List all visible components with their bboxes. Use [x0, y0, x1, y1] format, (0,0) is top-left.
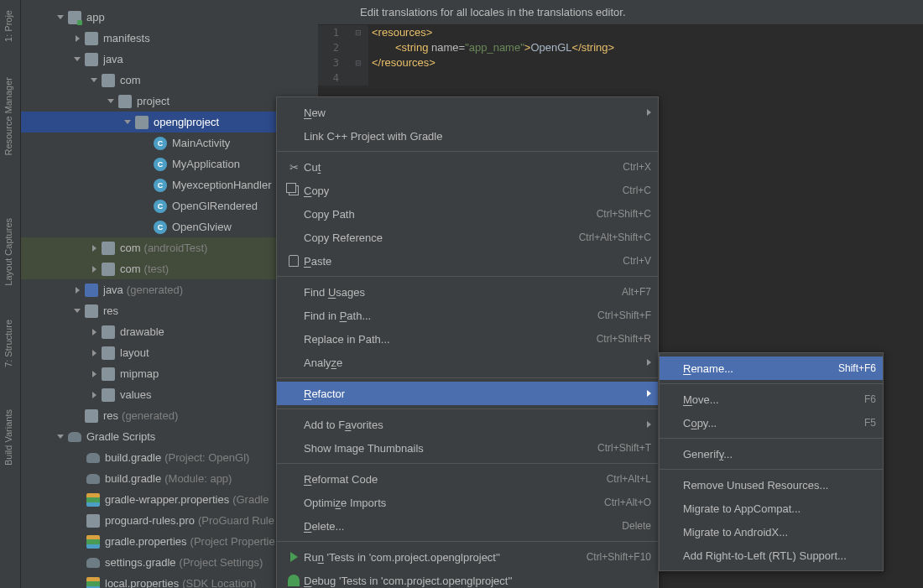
left-tool-rail: 1: Proje Resource Manager Layout Capture… [0, 0, 21, 588]
tree-gradle-wrapper[interactable]: gradle-wrapper.properties(Gradle [21, 489, 318, 510]
layout-captures-rail-tab[interactable]: Layout Captures [0, 210, 17, 294]
submenu-migrate-appcompat[interactable]: Migrate to AppCompat... [660, 497, 883, 520]
menu-copy[interactable]: CopyCtrl+C [277, 179, 658, 202]
expand-icon[interactable] [90, 349, 98, 357]
tree-app-module[interactable]: app [21, 7, 318, 28]
folder-icon [102, 263, 115, 276]
expand-icon[interactable] [90, 391, 98, 399]
submenu-arrow-icon [647, 109, 651, 116]
expand-icon[interactable] [90, 244, 98, 252]
fold-end-icon[interactable]: ⊟ [347, 55, 368, 70]
tree-values[interactable]: values [21, 384, 318, 405]
submenu-arrow-icon [647, 359, 651, 366]
gradle-icon [86, 556, 100, 570]
expand-icon[interactable] [73, 34, 81, 43]
tree-layout[interactable]: layout [21, 342, 318, 363]
expand-icon[interactable] [90, 265, 98, 273]
expand-icon[interactable] [56, 13, 65, 22]
tree-res[interactable]: res [21, 300, 318, 321]
submenu-copy[interactable]: Copy...F5 [660, 411, 883, 434]
tree-com-test[interactable]: com(test) [21, 258, 318, 279]
menu-separator [660, 438, 883, 439]
tree-res-generated[interactable]: res(generated) [21, 405, 318, 426]
menu-reformat[interactable]: Reformat CodeCtrl+Alt+L [277, 467, 658, 491]
tree-com-androidtest[interactable]: com(androidTest) [21, 237, 318, 258]
menu-find-usages[interactable]: Find UsagesAlt+F7 [277, 280, 658, 304]
folder-icon [102, 74, 115, 87]
submenu-migrate-androidx[interactable]: Migrate to AndroidX... [660, 520, 883, 544]
folder-icon [85, 284, 98, 297]
expand-icon[interactable] [123, 118, 132, 127]
expand-icon[interactable] [90, 76, 98, 85]
menu-add-favorites[interactable]: Add to Favorites [277, 413, 658, 436]
build-variants-rail-tab[interactable]: Build Variants [0, 401, 17, 474]
tree-drawable[interactable]: drawable [21, 321, 318, 342]
tree-java[interactable]: java [21, 49, 318, 70]
submenu-remove-unused[interactable]: Remove Unused Resources... [660, 473, 883, 497]
tree-proguard[interactable]: proguard-rules.pro(ProGuard Rule [21, 510, 318, 531]
menu-paste[interactable]: PasteCtrl+V [277, 249, 658, 273]
menu-copy-path[interactable]: Copy PathCtrl+Shift+C [277, 202, 658, 226]
expand-icon[interactable] [107, 97, 115, 106]
folder-icon [135, 116, 149, 129]
project-rail-tab[interactable]: 1: Proje [0, 2, 17, 50]
submenu-rtl-support[interactable]: Add Right-to-Left (RTL) Support... [660, 544, 883, 567]
tree-gradle-scripts[interactable]: Gradle Scripts [21, 426, 318, 447]
submenu-generify[interactable]: Generify... [660, 442, 883, 466]
tree-build-gradle-module[interactable]: build.gradle(Module: app) [21, 468, 318, 489]
tree-mainactivity[interactable]: MainActivity [21, 133, 318, 154]
tree-mipmap[interactable]: mipmap [21, 363, 318, 384]
paste-icon [289, 255, 299, 267]
submenu-move[interactable]: Move...F6 [660, 388, 883, 411]
menu-show-thumbnails[interactable]: Show Image ThumbnailsCtrl+Shift+T [277, 436, 658, 460]
submenu-rename[interactable]: Rename...Shift+F6 [660, 356, 883, 380]
tree-myapplication[interactable]: MyApplication [21, 154, 318, 174]
menu-optimize-imports[interactable]: Optimize ImportsCtrl+Alt+O [277, 491, 658, 514]
tree-gradle-properties[interactable]: gradle.properties(Project Propertie [21, 531, 318, 552]
tree-project[interactable]: project [21, 91, 318, 112]
tree-java-generated[interactable]: java(generated) [21, 279, 318, 300]
tree-openglview[interactable]: OpenGlview [21, 216, 318, 237]
menu-new[interactable]: New [277, 101, 658, 124]
tree-local-properties[interactable]: local.properties(SDK Location) [21, 573, 318, 588]
folder-icon [85, 304, 98, 318]
expand-icon[interactable] [73, 307, 81, 315]
tree-openglrendered[interactable]: OpenGlRendered [21, 195, 318, 216]
tree-settings-gradle[interactable]: settings.gradle(Project Settings) [21, 552, 318, 573]
menu-delete[interactable]: Delete...Delete [277, 514, 658, 538]
menu-separator [277, 276, 658, 277]
menu-cut[interactable]: ✂CutCtrl+X [277, 155, 658, 179]
expand-icon[interactable] [90, 328, 98, 336]
expand-icon[interactable] [90, 370, 98, 378]
menu-replace-in-path[interactable]: Replace in Path...Ctrl+Shift+R [277, 327, 658, 351]
class-icon [154, 158, 167, 171]
translations-hint-bar[interactable]: Edit translations for all locales in the… [318, 0, 923, 25]
folder-icon [85, 32, 98, 45]
tree-myexceptionhandler[interactable]: MyexceptionHandler [21, 174, 318, 195]
tree-build-gradle-project[interactable]: build.gradle(Project: OpenGl) [21, 447, 318, 468]
class-icon [154, 221, 167, 234]
menu-analyze[interactable]: Analyze [277, 351, 658, 374]
menu-find-in-path[interactable]: Find in Path...Ctrl+Shift+F [277, 304, 658, 327]
code-text[interactable]: <resources> <string name="app_name">Open… [368, 25, 614, 86]
folder-icon [85, 53, 98, 66]
tree-manifests[interactable]: manifests [21, 28, 318, 49]
menu-refactor[interactable]: Refactor [277, 382, 658, 405]
fold-marker-icon[interactable]: ⊟ [347, 25, 368, 40]
menu-debug-tests[interactable]: Debug 'Tests in 'com.project.openglproje… [277, 569, 658, 588]
class-icon [154, 179, 167, 192]
gradle-icon [86, 451, 100, 465]
tree-openglproject[interactable]: openglproject [21, 112, 318, 133]
expand-icon[interactable] [73, 55, 81, 64]
editor-gutter: 1⊟ 2 3⊟ 4 [318, 25, 368, 86]
structure-rail-tab[interactable]: 7: Structure [0, 311, 17, 376]
expand-icon[interactable] [56, 433, 65, 441]
menu-separator [660, 469, 883, 470]
resource-manager-rail-tab[interactable]: Resource Manager [0, 69, 17, 164]
expand-icon[interactable] [73, 286, 81, 294]
tree-com[interactable]: com [21, 70, 318, 91]
menu-run-tests[interactable]: Run 'Tests in 'com.project.openglproject… [277, 545, 658, 569]
submenu-arrow-icon [647, 390, 651, 397]
menu-copy-reference[interactable]: Copy ReferenceCtrl+Alt+Shift+C [277, 226, 658, 249]
menu-link-cpp[interactable]: Link C++ Project with Gradle [277, 124, 658, 148]
